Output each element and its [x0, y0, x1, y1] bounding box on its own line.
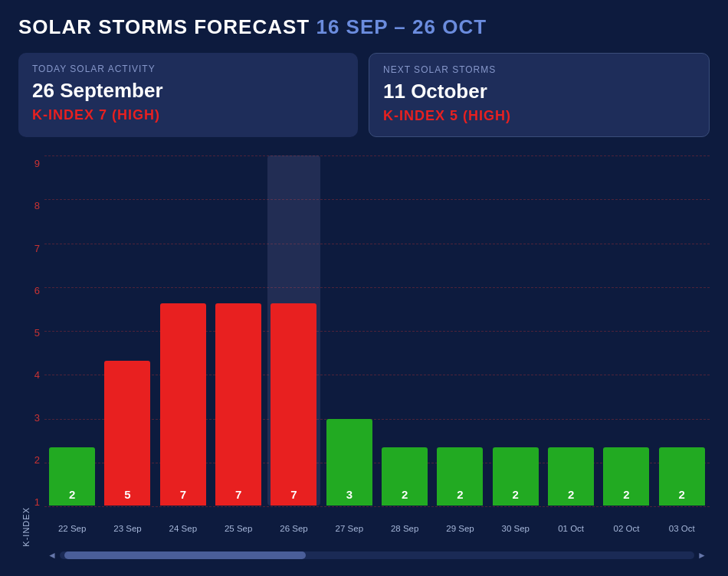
bar-group: 2	[488, 155, 543, 506]
bar-group: 3	[322, 155, 377, 506]
card-today-label: TODAY SOLAR ACTIVITY	[32, 64, 344, 74]
x-label: 27 Sep	[322, 524, 377, 533]
x-label: 01 Oct	[543, 524, 598, 533]
y-label: 5	[34, 328, 40, 338]
title-date: 16 SEP – 26 OCT	[316, 15, 487, 38]
bar-group: 5	[100, 155, 155, 506]
bar: 5	[104, 361, 150, 506]
card-today: TODAY SOLAR ACTIVITY 26 September K-INDE…	[18, 53, 358, 137]
title-main: SOLAR STORMS FORECAST	[18, 15, 316, 38]
bar-value: 7	[180, 488, 186, 501]
bar: 2	[659, 447, 705, 506]
scrollbar-track[interactable]	[60, 551, 694, 559]
x-label: 23 Sep	[100, 524, 155, 533]
bar-value: 2	[402, 488, 408, 501]
bar-value: 5	[124, 488, 130, 501]
bar-group: 2	[377, 155, 432, 506]
bar-value: 2	[457, 488, 463, 501]
card-next-date: 11 October	[383, 80, 695, 103]
y-label: 4	[34, 370, 40, 380]
bar-group: 2	[598, 155, 654, 506]
bar-group: 2	[543, 155, 598, 506]
bar: 2	[493, 447, 539, 506]
chart-area: 123456789 257773222222 22 Sep23 Sep24 Se…	[18, 155, 710, 561]
info-cards: TODAY SOLAR ACTIVITY 26 September K-INDE…	[18, 53, 710, 137]
bar: 7	[215, 303, 261, 506]
y-axis: 123456789	[18, 155, 40, 547]
x-label: 25 Sep	[211, 524, 266, 533]
bar: 7	[271, 303, 316, 506]
card-today-date: 26 September	[32, 79, 344, 103]
bar-group: 7	[266, 155, 321, 506]
y-label: 6	[34, 286, 40, 296]
y-label: 1	[34, 497, 40, 507]
x-label: 30 Sep	[488, 524, 543, 533]
main-container: SOLAR STORMS FORECAST 16 SEP – 26 OCT TO…	[0, 0, 728, 576]
bar: 2	[382, 447, 428, 506]
bar: 2	[548, 447, 594, 506]
bar-group: 2	[44, 155, 100, 506]
bar: 2	[603, 447, 649, 506]
bar: 2	[49, 447, 95, 506]
bar-value: 2	[568, 488, 574, 501]
page-title: SOLAR STORMS FORECAST 16 SEP – 26 OCT	[18, 15, 710, 39]
card-today-kindex: K-INDEX 7 (HIGH)	[32, 107, 344, 123]
bar-value: 2	[679, 488, 685, 501]
scrollbar-left-arrow[interactable]: ◄	[44, 550, 60, 561]
card-next-kindex: K-INDEX 5 (HIGH)	[383, 108, 695, 124]
bar-value: 3	[346, 488, 353, 501]
scrollbar-thumb[interactable]	[64, 551, 306, 559]
bars-container: 257773222222	[44, 155, 710, 507]
bar-group: 2	[654, 155, 710, 506]
bar-value: 2	[69, 488, 75, 501]
bar-value: 2	[513, 488, 519, 501]
x-label: 24 Sep	[156, 524, 211, 533]
y-label: 2	[34, 455, 40, 465]
bar: 3	[326, 419, 372, 506]
scrollbar-right-arrow[interactable]: ►	[694, 550, 710, 561]
bar-value: 7	[290, 488, 297, 501]
y-label: 8	[34, 201, 40, 211]
x-axis-label: K-INDEX	[21, 507, 31, 547]
bar-group: 2	[432, 155, 487, 506]
chart-wrapper: 123456789 257773222222 22 Sep23 Sep24 Se…	[18, 155, 710, 547]
bar-value: 2	[623, 488, 629, 501]
x-label: 26 Sep	[266, 524, 321, 533]
card-next-label: NEXT SOLAR STORMS	[383, 64, 695, 75]
bar-group: 7	[156, 155, 211, 506]
bar-group: 7	[211, 155, 266, 506]
chart-inner: 257773222222 22 Sep23 Sep24 Sep25 Sep26 …	[44, 155, 710, 547]
card-next: NEXT SOLAR STORMS 11 October K-INDEX 5 (…	[369, 53, 710, 137]
bar: 2	[437, 447, 483, 506]
x-label: 22 Sep	[44, 524, 100, 533]
y-label: 3	[34, 413, 40, 423]
bar-value: 7	[235, 488, 241, 501]
x-label: 29 Sep	[432, 524, 487, 533]
y-label: 7	[34, 244, 40, 254]
x-labels: 22 Sep23 Sep24 Sep25 Sep26 Sep27 Sep28 S…	[44, 524, 710, 533]
x-label: 28 Sep	[377, 524, 432, 533]
x-label: 02 Oct	[598, 524, 654, 533]
y-label: 9	[34, 159, 40, 169]
bar: 7	[160, 303, 206, 506]
x-label: 03 Oct	[654, 524, 710, 533]
scrollbar-row: ◄ ►	[18, 550, 710, 561]
